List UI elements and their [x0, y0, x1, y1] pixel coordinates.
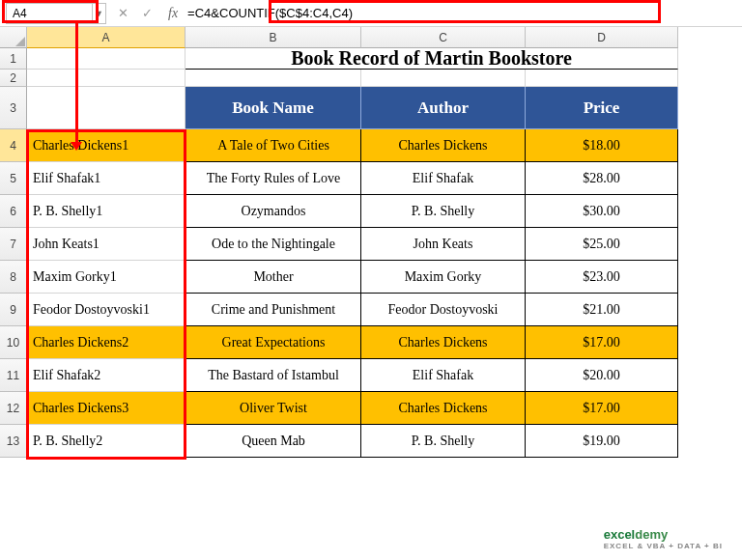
row-header[interactable]: 13 — [0, 425, 27, 458]
cell-helper[interactable]: Feodor Dostoyvoski1 — [27, 294, 186, 326]
col-header-d[interactable]: D — [526, 27, 678, 48]
cell-book[interactable]: Mother — [186, 261, 361, 294]
name-box-dropdown[interactable]: ▼ — [93, 3, 106, 24]
cancel-icon[interactable]: ✕ — [118, 6, 128, 20]
cell-book[interactable]: Great Expectations — [186, 326, 361, 359]
cell-author[interactable]: Feodor Dostoyvoski — [361, 294, 526, 326]
cell-author[interactable]: Maxim Gorky — [361, 261, 526, 294]
col-header-c[interactable]: C — [361, 27, 526, 48]
cell-book[interactable]: Ozymandos — [186, 195, 361, 228]
cell-author[interactable]: Charles Dickens — [361, 392, 526, 425]
row-header[interactable]: 3 — [0, 87, 27, 129]
cell[interactable] — [361, 70, 526, 87]
cell-price[interactable]: $19.00 — [526, 425, 678, 458]
cell-author[interactable]: P. B. Shelly — [361, 195, 526, 228]
col-header-b[interactable]: B — [186, 27, 361, 48]
cell-author[interactable]: John Keats — [361, 228, 526, 261]
cell-helper[interactable]: Elif Shafak2 — [27, 359, 186, 392]
name-box[interactable] — [6, 3, 93, 24]
cell-author[interactable]: Elif Shafak — [361, 359, 526, 392]
cell-author[interactable]: Charles Dickens — [361, 326, 526, 359]
formula-input[interactable] — [182, 3, 736, 24]
cell-helper[interactable]: Charles Dickens1 — [27, 129, 186, 162]
row-header[interactable]: 7 — [0, 228, 27, 261]
row-header[interactable]: 1 — [0, 48, 27, 70]
row-header[interactable]: 5 — [0, 162, 27, 195]
cell[interactable] — [27, 87, 186, 129]
cell-price[interactable]: $18.00 — [526, 129, 678, 162]
cell-book[interactable]: Oliver Twist — [186, 392, 361, 425]
cell[interactable] — [186, 70, 361, 87]
header-book-name[interactable]: Book Name — [186, 87, 361, 129]
row-header[interactable]: 4 — [0, 129, 27, 162]
row-header[interactable]: 2 — [0, 70, 27, 87]
column-headers: A B C D — [27, 27, 678, 48]
title-cell[interactable]: Book Record of Martin Bookstore — [186, 48, 678, 70]
formula-bar: ▼ ✕ ✓ fx — [0, 0, 742, 27]
fx-icon[interactable]: fx — [164, 6, 182, 21]
row-header[interactable]: 8 — [0, 261, 27, 294]
cell-price[interactable]: $21.00 — [526, 294, 678, 326]
confirm-icon[interactable]: ✓ — [142, 6, 153, 20]
row-headers: 1 2 3 4 5 6 7 8 9 10 11 12 13 — [0, 48, 27, 458]
select-all-corner[interactable] — [0, 27, 27, 48]
cell-author[interactable]: Elif Shafak — [361, 162, 526, 195]
row-header[interactable]: 12 — [0, 392, 27, 425]
cell-helper[interactable]: Charles Dickens2 — [27, 326, 186, 359]
cell-author[interactable]: P. B. Shelly — [361, 425, 526, 458]
cell-helper[interactable]: John Keats1 — [27, 228, 186, 261]
cell-book[interactable]: Queen Mab — [186, 425, 361, 458]
row-header[interactable]: 6 — [0, 195, 27, 228]
cell-price[interactable]: $30.00 — [526, 195, 678, 228]
cell-book[interactable]: A Tale of Two Cities — [186, 129, 361, 162]
cell-helper[interactable]: Elif Shafak1 — [27, 162, 186, 195]
header-author[interactable]: Author — [361, 87, 526, 129]
cell[interactable] — [27, 70, 186, 87]
cell-book[interactable]: The Forty Rules of Love — [186, 162, 361, 195]
cell[interactable] — [27, 48, 186, 70]
cell-price[interactable]: $23.00 — [526, 261, 678, 294]
cell-price[interactable]: $25.00 — [526, 228, 678, 261]
header-price[interactable]: Price — [526, 87, 678, 129]
cell-price[interactable]: $28.00 — [526, 162, 678, 195]
cell-price[interactable]: $17.00 — [526, 392, 678, 425]
cell-book[interactable]: Ode to the Nightingale — [186, 228, 361, 261]
cell-book[interactable]: Crime and Punishment — [186, 294, 361, 326]
cell-author[interactable]: Charles Dickens — [361, 129, 526, 162]
cell-helper[interactable]: Charles Dickens3 — [27, 392, 186, 425]
cell-book[interactable]: The Bastard of Istambul — [186, 359, 361, 392]
col-header-a[interactable]: A — [27, 27, 186, 48]
cell-helper[interactable]: Maxim Gorky1 — [27, 261, 186, 294]
row-header[interactable]: 10 — [0, 326, 27, 359]
annotation-connector — [75, 23, 78, 145]
annotation-arrow-tip — [71, 142, 82, 151]
cell-helper[interactable]: P. B. Shelly2 — [27, 425, 186, 458]
cell[interactable] — [526, 70, 678, 87]
cell-price[interactable]: $17.00 — [526, 326, 678, 359]
row-header[interactable]: 9 — [0, 294, 27, 326]
watermark: exceldemy EXCEL & VBA + DATA + BI — [604, 527, 723, 550]
cell-price[interactable]: $20.00 — [526, 359, 678, 392]
cell-helper[interactable]: P. B. Shelly1 — [27, 195, 186, 228]
cells-area: Book Record of Martin Bookstore Book Nam… — [27, 48, 678, 458]
row-header[interactable]: 11 — [0, 359, 27, 392]
